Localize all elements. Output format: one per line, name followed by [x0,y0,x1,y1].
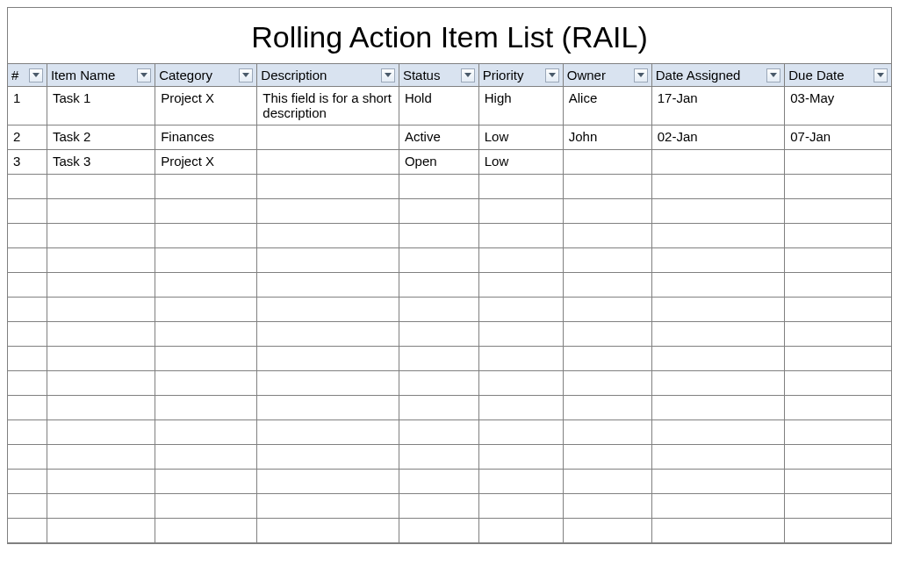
cell[interactable] [785,519,891,543]
cell-priority[interactable]: Low [478,125,563,150]
cell[interactable] [478,322,563,347]
cell[interactable] [651,273,785,298]
cell[interactable] [478,199,563,224]
cell[interactable] [563,347,651,371]
cell-status[interactable]: Active [399,125,478,150]
table-row[interactable] [8,224,891,248]
table-row[interactable] [8,298,891,322]
cell[interactable] [651,224,785,248]
cell[interactable] [563,273,651,298]
cell[interactable] [8,445,47,470]
cell[interactable] [8,396,47,420]
cell[interactable] [47,494,155,519]
cell[interactable] [8,273,47,298]
cell[interactable] [399,298,478,322]
cell[interactable] [8,298,47,322]
cell[interactable] [399,396,478,420]
table-row[interactable] [8,371,891,396]
cell[interactable] [399,322,478,347]
cell[interactable] [563,199,651,224]
cell-due-date[interactable]: 03-May [785,87,891,125]
cell[interactable] [47,396,155,420]
cell-status[interactable]: Hold [399,87,478,125]
cell[interactable] [257,248,399,273]
cell[interactable] [257,519,399,543]
cell[interactable] [651,470,785,494]
cell-owner[interactable]: Alice [563,87,651,125]
cell[interactable] [47,298,155,322]
cell-description[interactable]: This field is for a short description [257,87,399,125]
filter-dropdown-icon[interactable] [137,68,151,82]
cell[interactable] [155,470,257,494]
cell[interactable] [155,396,257,420]
cell[interactable] [478,420,563,445]
cell[interactable] [651,494,785,519]
cell[interactable] [785,420,891,445]
cell[interactable] [47,420,155,445]
cell[interactable] [785,347,891,371]
col-header-item-name[interactable]: Item Name [47,64,155,87]
cell[interactable] [399,224,478,248]
cell[interactable] [47,248,155,273]
cell[interactable] [478,224,563,248]
cell[interactable] [257,445,399,470]
cell[interactable] [785,224,891,248]
cell[interactable] [8,224,47,248]
table-row[interactable] [8,322,891,347]
cell[interactable] [8,347,47,371]
cell[interactable] [155,371,257,396]
cell[interactable] [651,298,785,322]
cell[interactable] [8,470,47,494]
col-header-category[interactable]: Category [155,64,257,87]
cell[interactable] [257,494,399,519]
cell[interactable] [651,396,785,420]
cell[interactable] [563,445,651,470]
cell[interactable] [47,445,155,470]
cell[interactable] [257,199,399,224]
table-row[interactable] [8,494,891,519]
cell[interactable] [563,519,651,543]
cell[interactable] [563,396,651,420]
table-row[interactable] [8,347,891,371]
cell[interactable] [651,248,785,273]
cell-category[interactable]: Project X [155,150,257,175]
cell[interactable] [563,298,651,322]
filter-dropdown-icon[interactable] [634,68,648,82]
cell[interactable] [8,248,47,273]
cell[interactable] [257,175,399,199]
cell[interactable] [651,519,785,543]
cell-item-name[interactable]: Task 2 [47,125,155,150]
cell[interactable] [785,371,891,396]
cell[interactable] [155,420,257,445]
table-row[interactable]: 1 Task 1 Project X This field is for a s… [8,87,891,125]
cell[interactable] [47,224,155,248]
cell[interactable] [47,175,155,199]
cell-num[interactable]: 2 [8,125,47,150]
col-header-status[interactable]: Status [399,64,478,87]
cell-owner[interactable]: John [563,125,651,150]
cell[interactable] [563,420,651,445]
cell[interactable] [563,248,651,273]
cell[interactable] [478,396,563,420]
cell[interactable] [785,273,891,298]
cell-item-name[interactable]: Task 1 [47,87,155,125]
cell[interactable] [399,248,478,273]
cell[interactable] [478,371,563,396]
cell[interactable] [47,199,155,224]
col-header-due-date[interactable]: Due Date [785,64,891,87]
cell[interactable] [399,445,478,470]
filter-dropdown-icon[interactable] [874,68,888,82]
filter-dropdown-icon[interactable] [766,68,780,82]
cell[interactable] [651,445,785,470]
cell-num[interactable]: 1 [8,87,47,125]
cell[interactable] [257,273,399,298]
cell-date-assigned[interactable] [651,150,785,175]
cell-owner[interactable] [563,150,651,175]
cell[interactable] [478,347,563,371]
cell[interactable] [563,371,651,396]
cell[interactable] [257,298,399,322]
col-header-owner[interactable]: Owner [563,64,651,87]
cell[interactable] [155,298,257,322]
cell[interactable] [785,396,891,420]
col-header-priority[interactable]: Priority [478,64,563,87]
